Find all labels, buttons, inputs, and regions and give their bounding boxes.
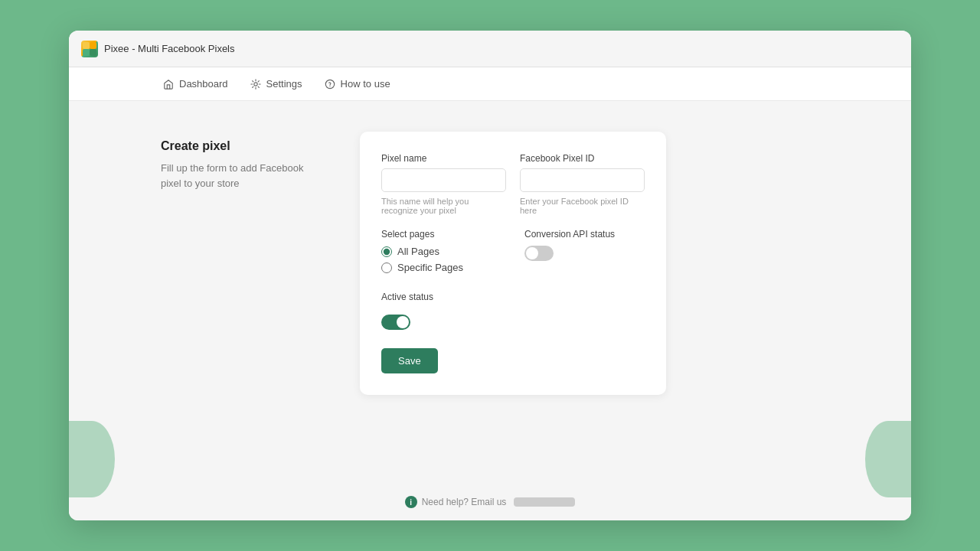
help-circle-icon: i — [405, 496, 417, 508]
conversion-api-slider — [524, 246, 554, 261]
svg-point-6 — [329, 86, 330, 86]
nav-label-how-to-use: How to use — [341, 78, 390, 90]
main-content: Create pixel Fill up the form to add Fac… — [69, 101, 911, 484]
home-icon — [162, 78, 175, 90]
create-pixel-description: Fill up the form to add Facebook pixel t… — [161, 161, 314, 191]
help-icon — [324, 78, 336, 90]
radio-group: All Pages Specific Pages — [381, 246, 501, 273]
radio-specific-pages-label: Specific Pages — [397, 262, 463, 273]
nav-item-settings[interactable]: Settings — [248, 67, 304, 101]
footer-help: i Need help? Email us — [69, 484, 911, 520]
select-pages-conversion-row: Select pages All Pages Specific Pages Co — [381, 229, 645, 276]
save-button-wrapper: Save — [381, 345, 645, 373]
pixel-name-input[interactable] — [381, 168, 506, 192]
pixel-name-hint: This name will help you recognize your p… — [381, 197, 506, 215]
active-status-section: Active status — [381, 292, 645, 330]
nav-item-how-to-use[interactable]: How to use — [322, 67, 392, 101]
active-status-label: Active status — [381, 292, 645, 302]
nav-bar: Dashboard Settings How to use — [69, 67, 911, 101]
facebook-pixel-id-hint: Enter your Facebook pixel ID here — [520, 197, 645, 215]
active-status-toggle[interactable] — [381, 315, 410, 330]
pixel-name-group: Pixel name This name will help you recog… — [381, 153, 506, 215]
select-pages-section: Select pages All Pages Specific Pages — [381, 229, 501, 276]
radio-all-pages-label: All Pages — [397, 246, 439, 257]
radio-all-pages[interactable]: All Pages — [381, 246, 501, 257]
select-pages-label: Select pages — [381, 229, 501, 240]
conversion-api-toggle-wrapper — [524, 246, 645, 261]
facebook-pixel-id-label: Facebook Pixel ID — [520, 153, 645, 164]
corner-decoration-right — [865, 421, 911, 497]
left-panel: Create pixel Fill up the form to add Fac… — [161, 132, 314, 191]
save-button[interactable]: Save — [381, 348, 438, 373]
create-pixel-title: Create pixel — [161, 139, 314, 153]
radio-specific-pages[interactable]: Specific Pages — [381, 262, 501, 273]
nav-label-settings: Settings — [266, 78, 302, 90]
svg-rect-1 — [90, 42, 96, 49]
form-card: Pixel name This name will help you recog… — [360, 132, 666, 395]
active-status-toggle-wrapper — [381, 315, 645, 330]
conversion-api-section: Conversion API status — [524, 229, 645, 276]
nav-label-dashboard: Dashboard — [179, 78, 228, 90]
footer-help-text: Need help? Email us — [422, 497, 507, 507]
active-status-slider — [381, 315, 410, 330]
svg-point-4 — [253, 82, 256, 85]
facebook-pixel-id-group: Facebook Pixel ID Enter your Facebook pi… — [520, 153, 645, 215]
pixel-id-row: Pixel name This name will help you recog… — [381, 153, 645, 215]
conversion-api-label: Conversion API status — [524, 229, 645, 240]
radio-all-pages-input[interactable] — [381, 246, 392, 257]
settings-icon — [250, 78, 262, 90]
facebook-pixel-id-input[interactable] — [520, 168, 645, 192]
radio-specific-pages-input[interactable] — [381, 262, 392, 273]
app-title: Pixee - Multi Facebook Pixels — [104, 43, 235, 54]
nav-item-dashboard[interactable]: Dashboard — [161, 67, 230, 101]
pixel-name-label: Pixel name — [381, 153, 506, 164]
svg-rect-2 — [83, 49, 90, 56]
svg-rect-3 — [90, 49, 96, 56]
conversion-api-toggle[interactable] — [524, 246, 554, 261]
svg-rect-0 — [83, 42, 90, 49]
app-icon — [81, 41, 98, 57]
footer-email — [514, 497, 575, 507]
corner-decoration-left — [69, 421, 115, 497]
app-bar: Pixee - Multi Facebook Pixels — [69, 31, 911, 67]
